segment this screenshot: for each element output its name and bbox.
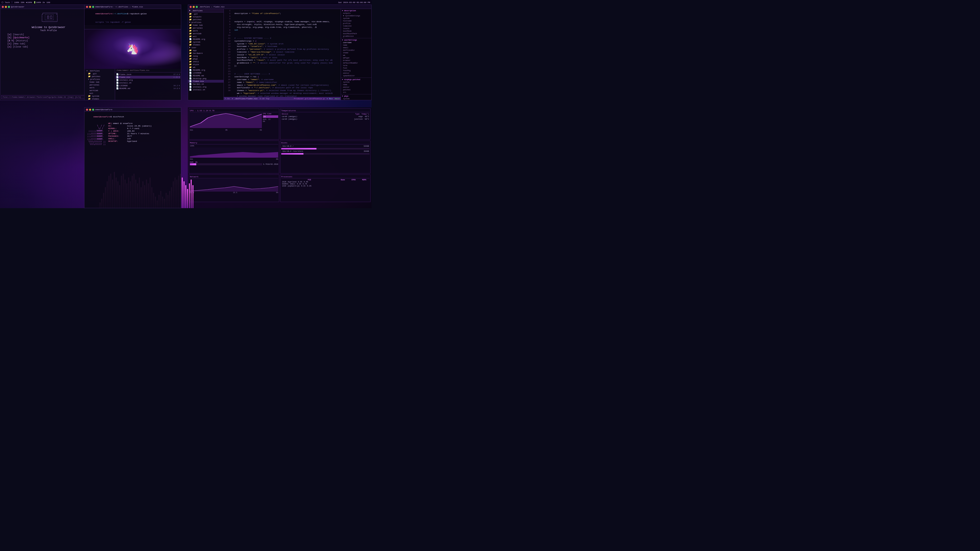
nvim-right-sidebar: ▼ description outputs ▼ systemSettings s… xyxy=(341,9,371,100)
nvim-rs-np-patches[interactable]: patches xyxy=(341,89,371,91)
fm-tree-dotfiles[interactable]: .dotfiles xyxy=(84,69,115,72)
nvim-rs-email[interactable]: email xyxy=(341,46,371,49)
nvim-rs-defaultroam[interactable]: defaultRoamDir xyxy=(341,62,371,64)
nvim-min-btn[interactable] xyxy=(192,6,195,8)
nvim-rs-spawnedit[interactable]: spawnEditor xyxy=(341,75,371,77)
qb-menu-newtab[interactable]: [t] [New tab] xyxy=(7,43,89,45)
nvim-rs-browser[interactable]: browser xyxy=(341,59,371,62)
fm-tree-git[interactable]: 📁 .git xyxy=(84,72,115,75)
fm-tree-system[interactable]: 📁 system xyxy=(84,95,115,97)
nvim-rs-dotfilesdir[interactable]: dotfilesDir xyxy=(341,49,371,52)
nvim-tree-themes2[interactable]: 📁 themes xyxy=(188,43,224,46)
fm-tree-homelab[interactable]: home lab xyxy=(84,81,115,83)
nvim-rs-locale[interactable]: locale xyxy=(341,27,371,30)
fm-tree-wsl[interactable]: wsl xyxy=(84,92,115,95)
nvim-rs-wmtype[interactable]: wmType xyxy=(341,57,371,59)
nvim-rs-grubdevice[interactable]: grubDevice xyxy=(341,35,371,38)
nvim-tree-personal2[interactable]: 📁 personal xyxy=(188,27,224,29)
fm-file-installog[interactable]: 📄 install.org xyxy=(116,79,180,81)
nvim-tree-pkgs2[interactable]: 📁 pkgs xyxy=(188,57,224,60)
qb-menu-quickmarks[interactable]: [b] [Quickmarks] xyxy=(7,37,89,39)
nvim-code-text[interactable]: description = "Flake of LibrePhoenix"; o… xyxy=(231,9,341,97)
qb-max-btn[interactable] xyxy=(8,6,10,8)
nvim-tree-work2[interactable]: 📁 work xyxy=(188,29,224,32)
nvim-rs-profile[interactable]: profile xyxy=(341,22,371,25)
qb-menu-closetab[interactable]: [x] [Close tab] xyxy=(7,46,89,48)
nvim-rs-timezone[interactable]: timezone xyxy=(341,25,371,27)
nvim-close-btn[interactable] xyxy=(189,6,192,8)
nvim-rs-editor[interactable]: editor xyxy=(341,72,371,75)
df-min-btn[interactable] xyxy=(89,109,91,111)
nvim-rs-np-name[interactable]: name xyxy=(341,83,371,86)
fm-max-btn[interactable] xyxy=(92,6,94,8)
mem-bar-row: 5.7618/62.2618 xyxy=(190,163,278,165)
nvim-tree-lang[interactable]: 📁 lang xyxy=(188,55,224,57)
df-close-btn[interactable] xyxy=(86,109,88,111)
nvim-tree-homelab2[interactable]: 📁 home lab xyxy=(188,24,224,27)
nvim-tree-readme2[interactable]: 📄 README.org xyxy=(188,68,224,71)
temp-col-temp: Temp(°) xyxy=(361,113,369,115)
nvim-rs-np-editor[interactable]: editor xyxy=(341,86,371,89)
nvim-rs-wm[interactable]: wm xyxy=(341,54,371,57)
nvim-tree-shell[interactable]: 📁 shell xyxy=(188,60,224,63)
nvim-rs-system[interactable]: system xyxy=(341,17,371,20)
nvim-rs-theme[interactable]: theme xyxy=(341,52,371,54)
nvim-tree-wsl2[interactable]: 📁 wsl xyxy=(188,35,224,38)
fm-tree-work[interactable]: work xyxy=(84,86,115,89)
nvim-rs-system-settings[interactable]: ▼ systemSettings xyxy=(341,14,371,17)
fm-tree-themes[interactable]: 📁 themes xyxy=(84,97,115,100)
nvim-rs-np-src[interactable]: src xyxy=(341,91,371,94)
df-user-row: WE| emmet @ snowfire xyxy=(108,122,151,124)
nvim-max-btn[interactable] xyxy=(196,6,198,8)
nvim-tree-app[interactable]: 📁 app xyxy=(188,49,224,52)
df-os-val: nixos 24.05 (uakari) xyxy=(127,125,151,127)
fm-file-readme[interactable]: 📄 README.md 14.8 K xyxy=(116,87,180,90)
nvim-rs-font[interactable]: font xyxy=(341,67,371,69)
nvim-tree-readme-md[interactable]: 📄 README.md xyxy=(188,74,224,77)
nvim-rs-pkgs-system[interactable]: system xyxy=(341,97,371,100)
nvim-rs-term[interactable]: term xyxy=(341,64,371,67)
fm-tree-profiles[interactable]: profiles xyxy=(84,78,115,81)
nvim-tree-profiles2[interactable]: ▼ profiles xyxy=(188,21,224,24)
nvim-rs-bootmode[interactable]: bootMode xyxy=(341,30,371,32)
fm-min-btn[interactable] xyxy=(89,6,91,8)
fm-file-installsh[interactable]: 📄 install.sh xyxy=(116,81,180,84)
nvim-tree-flakenix[interactable]: 📄 flake.nix xyxy=(188,80,224,83)
nvim-rs-fontpkg[interactable]: fontPkg xyxy=(341,69,371,72)
fm-file-license[interactable]: 📄 LICENSE 34.2 K xyxy=(116,84,180,87)
fm-file-flakelock[interactable]: 📄 Flake.lock 27.5 K xyxy=(116,73,180,76)
fm-file-flakenix[interactable]: 📄 flake.nix 2.25 K xyxy=(116,76,180,79)
qb-menu-search[interactable]: [o] [Search] xyxy=(7,33,89,36)
fm-tree-patches[interactable]: 📁 patches xyxy=(84,75,115,78)
nvim-tree-outputs[interactable]: 📁 outputs xyxy=(188,15,224,18)
df-arch-row: Y | ARCH: x86_64 xyxy=(108,130,151,132)
nvim-tree-worklab2[interactable]: 📁 worklab xyxy=(188,32,224,35)
nvim-tree-patches[interactable]: 📁 patches xyxy=(188,18,224,21)
nvim-rs-hostname[interactable]: hostname xyxy=(341,20,371,22)
fm-close-btn[interactable] xyxy=(86,6,88,8)
fm-tree-personal[interactable]: personal xyxy=(84,83,115,86)
nvim-tree-git[interactable]: 📁 .git xyxy=(188,13,224,15)
fm-toolbar: /home/emmet/.dotfiles/flake.nix xyxy=(115,69,181,73)
nvim-tree-harden[interactable]: 📄 harden.sh xyxy=(188,83,224,86)
df-max-btn[interactable] xyxy=(92,109,94,111)
nvim-rs-outputs[interactable]: outputs xyxy=(341,12,371,14)
nvim-rs-bootmountpath[interactable]: bootMountPath xyxy=(341,32,371,35)
nvim-rs-name[interactable]: name xyxy=(341,44,371,46)
nvim-tree-installsh2[interactable]: 📄 install.sh xyxy=(188,88,224,91)
nvim-tree-license2[interactable]: 📄 LICENSE xyxy=(188,71,224,74)
nvim-tree-hardware2[interactable]: 📁 hardware xyxy=(188,52,224,55)
nvim-tree-installog2[interactable]: 📄 install.org xyxy=(188,86,224,88)
nvim-rs-np-system[interactable]: system xyxy=(341,81,371,83)
qb-min-btn[interactable] xyxy=(5,6,7,8)
nvim-tree-desktop[interactable]: 📄 desktop.png xyxy=(188,77,224,80)
nvim-tree-system2[interactable]: 📁 system xyxy=(188,41,224,43)
qb-close-btn[interactable] xyxy=(2,6,4,8)
nvim-tree-user2[interactable]: ▼ user xyxy=(188,46,224,49)
qb-menu-history[interactable]: [$ h] [History] xyxy=(7,40,89,42)
nvim-tree-readme-org[interactable]: 📄 README.org xyxy=(188,38,224,41)
nvim-rs-username[interactable]: username xyxy=(341,41,371,44)
nvim-tree-style2[interactable]: 📁 style xyxy=(188,63,224,66)
fm-tree-worklab[interactable]: worklab xyxy=(84,89,115,92)
nvim-tree-wm2[interactable]: 📁 wm xyxy=(188,66,224,68)
